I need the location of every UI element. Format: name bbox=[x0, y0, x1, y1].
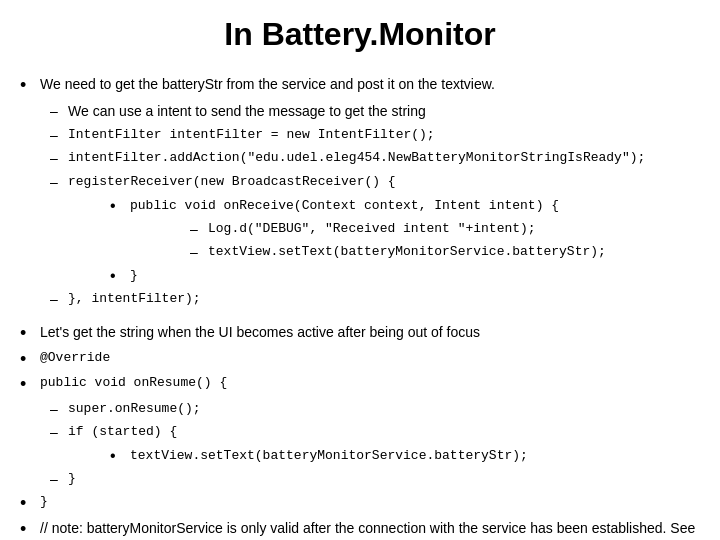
sub-text-1: public void onReceive(Context context, I… bbox=[130, 196, 559, 216]
sub-bullet-2: • } bbox=[110, 266, 700, 287]
bullet-item-2: • Let's get the string when the UI becom… bbox=[20, 322, 700, 345]
dash-item-1: – We can use a intent to send the messag… bbox=[50, 101, 700, 123]
onresume-dash-sym-2: – bbox=[50, 422, 68, 444]
bullet-dot-6: • bbox=[20, 518, 40, 540]
dash-item-5: – }, intentFilter); bbox=[50, 289, 700, 311]
dash-text-4: registerReceiver(new BroadcastReceiver()… bbox=[68, 172, 396, 192]
onresume-dash-3: – } bbox=[50, 469, 700, 491]
onresume-dash-text-2: if (started) { bbox=[68, 422, 177, 442]
inner-dash-text-1: Log.d("DEBUG", "Received intent "+intent… bbox=[208, 219, 536, 239]
nested-2: – Log.d("DEBUG", "Received intent "+inte… bbox=[190, 219, 700, 264]
onresume-dash-1: – super.onResume(); bbox=[50, 399, 700, 421]
inner-dash-1: – Log.d("DEBUG", "Received intent "+inte… bbox=[190, 219, 700, 241]
bullet-dot-2: • bbox=[20, 322, 40, 345]
bullet-item-6: • // note: batteryMonitorService is only… bbox=[20, 518, 700, 540]
bullet-text-1: We need to get the batteryStr from the s… bbox=[40, 74, 700, 96]
inner-dash-sym-2: – bbox=[190, 242, 208, 264]
bullet-text-2: Let's get the string when the UI becomes… bbox=[40, 322, 700, 344]
section-1: • We need to get the batteryStr from the… bbox=[20, 74, 700, 311]
bullet-item-1: • We need to get the batteryStr from the… bbox=[20, 74, 700, 97]
bullet-dot-3: • bbox=[20, 348, 40, 371]
onresume-dash-sym-3: – bbox=[50, 469, 68, 491]
bullet-item-4: • public void onResume() { bbox=[20, 373, 700, 396]
dash-item-2: – IntentFilter intentFilter = new Intent… bbox=[50, 125, 700, 147]
page-title: In Battery.Monitor bbox=[20, 10, 700, 60]
page-content: In Battery.Monitor • We need to get the … bbox=[20, 10, 700, 540]
if-sub-bullet-1: • textView.setText(batteryMonitorService… bbox=[110, 446, 700, 467]
bullet-text-6: // note: batteryMonitorService is only v… bbox=[40, 518, 700, 540]
bullet-text-5: } bbox=[40, 492, 700, 512]
lower-sections: • Let's get the string when the UI becom… bbox=[20, 322, 700, 540]
bullet-text-4: public void onResume() { bbox=[40, 373, 700, 393]
dash-2: – bbox=[50, 125, 68, 147]
nested-1: • public void onReceive(Context context,… bbox=[110, 196, 700, 287]
dash-text-1: We can use a intent to send the message … bbox=[68, 101, 426, 123]
onresume-children: – super.onResume(); – if (started) { • t… bbox=[50, 399, 700, 491]
sub-items-1: – We can use a intent to send the messag… bbox=[50, 101, 700, 310]
bullet-item-5: • } bbox=[20, 492, 700, 515]
if-sub-dot-1: • bbox=[110, 446, 130, 467]
dash-1: – bbox=[50, 101, 68, 123]
dash-text-3: intentFilter.addAction("edu.udel.eleg454… bbox=[68, 148, 645, 168]
bullet-dot-4: • bbox=[20, 373, 40, 396]
dash-item-4: – registerReceiver(new BroadcastReceiver… bbox=[50, 172, 700, 194]
inner-dash-text-2: textView.setText(batteryMonitorService.b… bbox=[208, 242, 606, 262]
if-sub-text-1: textView.setText(batteryMonitorService.b… bbox=[130, 446, 528, 466]
onresume-dash-sym-1: – bbox=[50, 399, 68, 421]
sub-dot-1: • bbox=[110, 196, 130, 217]
dash-3: – bbox=[50, 148, 68, 170]
sub-text-2: } bbox=[130, 266, 138, 286]
sub-dot-2: • bbox=[110, 266, 130, 287]
dash-4: – bbox=[50, 172, 68, 194]
sub-bullet-1: • public void onReceive(Context context,… bbox=[110, 196, 700, 217]
bullet-text-3: @Override bbox=[40, 348, 700, 368]
dash-5: – bbox=[50, 289, 68, 311]
if-started-children: • textView.setText(batteryMonitorService… bbox=[110, 446, 700, 467]
onresume-dash-2: – if (started) { bbox=[50, 422, 700, 444]
onresume-dash-text-3: } bbox=[68, 469, 76, 489]
bullet-dot-5: • bbox=[20, 492, 40, 515]
dash-text-2: IntentFilter intentFilter = new IntentFi… bbox=[68, 125, 435, 145]
onresume-dash-text-1: super.onResume(); bbox=[68, 399, 201, 419]
dash-text-5: }, intentFilter); bbox=[68, 289, 201, 309]
inner-dash-sym-1: – bbox=[190, 219, 208, 241]
bullet-item-3: • @Override bbox=[20, 348, 700, 371]
bullet-dot-1: • bbox=[20, 74, 40, 97]
dash-item-3: – intentFilter.addAction("edu.udel.eleg4… bbox=[50, 148, 700, 170]
inner-dash-2: – textView.setText(batteryMonitorService… bbox=[190, 242, 700, 264]
